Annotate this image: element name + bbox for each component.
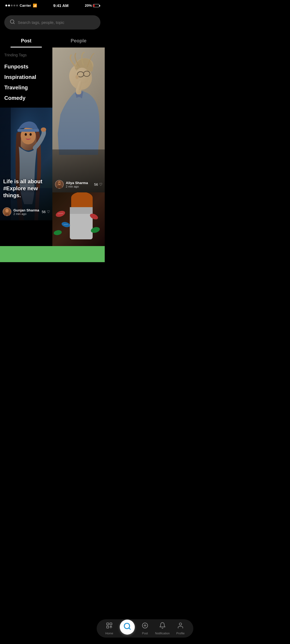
- post-meta-left: Gunjan Sharma 2 min ago 56 ♡: [3, 207, 50, 216]
- trending-label: Trinding Tags: [4, 53, 48, 57]
- signal-dot-3: [11, 5, 13, 6]
- likes-number-right: 56: [94, 182, 98, 186]
- signal-dots: [5, 5, 18, 6]
- user-info-right: Aliya Sharma 2 min ago: [66, 181, 88, 188]
- right-bottom-post-card[interactable]: [52, 192, 105, 246]
- likes-number-left: 56: [42, 210, 46, 214]
- left-column: Trinding Tags Funposts Inspirational Tra…: [0, 47, 52, 246]
- time-left: 2 min ago: [13, 212, 39, 215]
- username-left: Gunjan Sharma: [13, 208, 39, 212]
- right-top-post-card[interactable]: Aliya Sharma 2 min ago 56 ♡: [52, 47, 105, 192]
- avatar-aliya: [55, 180, 64, 189]
- tab-post[interactable]: Post: [0, 35, 52, 47]
- user-info-left: Gunjan Sharma 2 min ago: [13, 208, 39, 215]
- green-accent-area: [0, 246, 105, 262]
- search-bar[interactable]: [4, 15, 100, 30]
- battery-icon: [93, 4, 99, 7]
- svg-line-1: [13, 23, 15, 24]
- search-input[interactable]: [18, 20, 95, 25]
- tabs: Post People: [0, 33, 105, 47]
- card-gradient-overlay: [0, 108, 52, 220]
- battery-percent: 20%: [85, 3, 92, 8]
- svg-point-12: [5, 209, 9, 213]
- heart-icon-left: ♡: [47, 210, 50, 214]
- left-post-card[interactable]: Life is all about #Explore new things.: [0, 108, 52, 220]
- status-left: Carrier 📶: [5, 3, 37, 8]
- wifi-icon: 📶: [33, 3, 37, 8]
- avatar-gunjan: [3, 207, 11, 216]
- user-meta-right: Aliya Sharma 2 min ago: [55, 180, 88, 189]
- search-container: [0, 10, 105, 33]
- time-right: 2 min ago: [66, 185, 88, 188]
- right-bottom-card-bg: [52, 192, 105, 246]
- tag-traveling[interactable]: Traveling: [4, 82, 48, 93]
- signal-dot-5: [16, 5, 18, 6]
- post-caption: Life is all about #Explore new things.: [3, 178, 50, 199]
- tab-people[interactable]: People: [52, 35, 105, 47]
- right-column: Aliya Sharma 2 min ago 56 ♡: [52, 47, 105, 246]
- search-icon: [10, 19, 15, 26]
- like-count-left[interactable]: 56 ♡: [42, 210, 50, 214]
- status-time: 9:41 AM: [53, 3, 68, 8]
- signal-dot-2: [8, 5, 10, 6]
- right-top-overlay: [52, 47, 105, 192]
- signal-dot-4: [13, 5, 15, 6]
- tag-inspirational[interactable]: Inspirational: [4, 72, 48, 82]
- svg-rect-45: [52, 192, 105, 246]
- username-right: Aliya Sharma: [66, 181, 88, 185]
- carrier-label: Carrier: [20, 3, 31, 8]
- content-grid: Trinding Tags Funposts Inspirational Tra…: [0, 47, 105, 246]
- trending-section: Trinding Tags Funposts Inspirational Tra…: [0, 47, 52, 108]
- tag-comedy[interactable]: Comedy: [4, 93, 48, 103]
- battery-fill: [93, 5, 95, 7]
- heart-icon-right: ♡: [99, 182, 103, 186]
- like-count-right[interactable]: 56 ♡: [94, 182, 103, 186]
- status-bar: Carrier 📶 9:41 AM 20%: [0, 0, 105, 10]
- tag-funposts[interactable]: Funposts: [4, 61, 48, 72]
- signal-dot-1: [5, 5, 7, 6]
- status-right: 20%: [85, 3, 99, 8]
- post-meta-right-top: Aliya Sharma 2 min ago 56 ♡: [55, 180, 103, 189]
- user-meta-left: Gunjan Sharma 2 min ago: [3, 207, 39, 216]
